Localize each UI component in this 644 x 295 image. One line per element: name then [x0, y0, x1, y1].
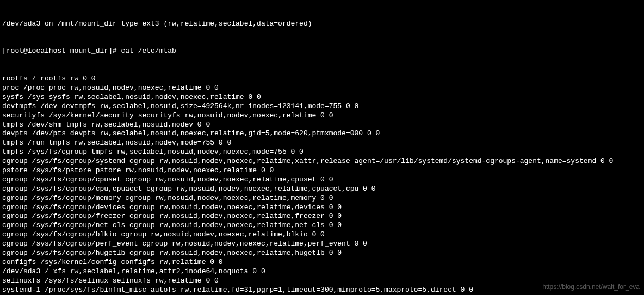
watermark-text: https://blog.csdn.net/wait_for_eva — [542, 283, 640, 292]
output-line: cgroup /sys/fs/cgroup/perf_event cgroup … — [2, 240, 642, 249]
output-line: cgroup /sys/fs/cgroup/blkio cgroup rw,no… — [2, 230, 642, 240]
output-line: cgroup /sys/fs/cgroup/cpuset cgroup rw,n… — [2, 175, 642, 185]
output-line: cgroup /sys/fs/cgroup/hugetlb cgroup rw,… — [2, 249, 642, 258]
output-line: cgroup /sys/fs/cgroup/devices cgroup rw,… — [2, 203, 642, 212]
command-line-1: [root@localhost mount_dir]# cat /etc/mta… — [2, 47, 642, 56]
output-line: cgroup /sys/fs/cgroup/freezer cgroup rw,… — [2, 212, 642, 221]
output-line: tmpfs /run tmpfs rw,seclabel,nosuid,node… — [2, 139, 642, 148]
terminal-window[interactable]: /dev/sda3 on /mnt/mount_dir type ext3 (r… — [2, 1, 642, 295]
output-line: rootfs / rootfs rw 0 0 — [2, 74, 642, 84]
output-line: cgroup /sys/fs/cgroup/memory cgroup rw,n… — [2, 194, 642, 203]
output-line: /dev/sda3 / xfs rw,seclabel,relatime,att… — [2, 267, 642, 277]
output-line: pstore /sys/fs/pstore pstore rw,nosuid,n… — [2, 166, 642, 175]
output-line: devpts /dev/pts devpts rw,seclabel,nosui… — [2, 129, 642, 139]
output-line: configfs /sys/kernel/config configfs rw,… — [2, 258, 642, 267]
command-text: cat /etc/mtab — [121, 47, 176, 55]
output-line: cgroup /sys/fs/cgroup/systemd cgroup rw,… — [2, 157, 642, 166]
partial-line-top: /dev/sda3 on /mnt/mount_dir type ext3 (r… — [2, 20, 642, 29]
output-line: tmpfs /dev/shm tmpfs rw,seclabel,nosuid,… — [2, 121, 642, 130]
output-line: devtmpfs /dev devtmpfs rw,seclabel,nosui… — [2, 102, 642, 111]
output-line: tmpfs /sys/fs/cgroup tmpfs rw,seclabel,n… — [2, 148, 642, 157]
output-line: cgroup /sys/fs/cgroup/net_cls cgroup rw,… — [2, 221, 642, 230]
shell-prompt: [root@localhost mount_dir]# — [2, 47, 121, 55]
output-line: securityfs /sys/kernel/security security… — [2, 111, 642, 121]
command-output: rootfs / rootfs rw 0 0proc /proc proc rw… — [2, 74, 642, 295]
output-line: cgroup /sys/fs/cgroup/cpu,cpuacct cgroup… — [2, 185, 642, 194]
output-line: proc /proc proc rw,nosuid,nodev,noexec,r… — [2, 84, 642, 93]
output-line: sysfs /sys sysfs rw,seclabel,nosuid,node… — [2, 93, 642, 102]
